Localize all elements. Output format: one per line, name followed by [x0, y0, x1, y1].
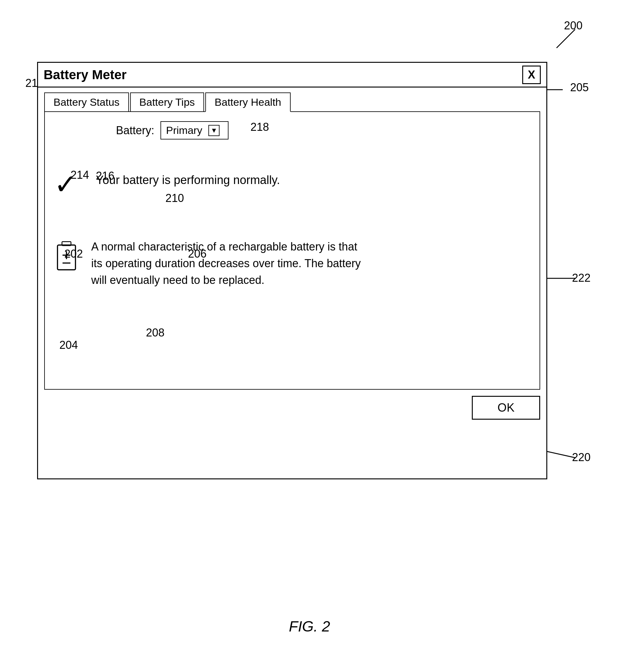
- battery-field-label: Battery:: [116, 124, 154, 137]
- ann-206: 206: [188, 248, 207, 260]
- svg-line-0: [557, 29, 575, 48]
- ann-222: 222: [572, 272, 591, 284]
- ann-202: 202: [64, 248, 83, 260]
- close-button[interactable]: X: [522, 66, 541, 84]
- ann-216: 216: [96, 170, 115, 183]
- battery-selector-row: Battery: Primary ▼: [54, 121, 530, 139]
- dialog-window: Battery Meter X Battery Status Battery T…: [37, 62, 547, 479]
- info-section: A normal characteristic of a rechargable…: [54, 232, 530, 295]
- dropdown-arrow-icon[interactable]: ▼: [208, 125, 219, 136]
- ann-210: 210: [165, 192, 184, 205]
- tab-battery-health[interactable]: Battery Health: [205, 92, 290, 112]
- ok-button[interactable]: OK: [472, 396, 540, 420]
- ann-220: 220: [572, 451, 591, 464]
- ann-208: 208: [146, 326, 164, 339]
- close-icon: X: [528, 68, 535, 81]
- tab-battery-status[interactable]: Battery Status: [44, 92, 129, 111]
- ann-205: 205: [570, 81, 589, 94]
- battery-dropdown[interactable]: Primary ▼: [160, 121, 228, 139]
- status-message: Your battery is performing normally.: [96, 167, 280, 187]
- ok-row: OK: [38, 390, 546, 426]
- ref-200: 200: [564, 19, 582, 32]
- content-area: Battery: Primary ▼ ✓ Your battery is per…: [44, 111, 540, 390]
- tab-battery-tips[interactable]: Battery Tips: [130, 92, 204, 111]
- ann-214: 214: [70, 169, 89, 182]
- title-bar: Battery Meter X: [38, 63, 546, 87]
- battery-dropdown-value: Primary: [166, 124, 202, 136]
- figure-caption: FIG. 2: [289, 618, 330, 635]
- tab-bar: Battery Status Battery Tips Battery Heal…: [38, 87, 546, 111]
- svg-line-12: [547, 452, 575, 458]
- info-text: A normal characteristic of a rechargable…: [91, 239, 369, 288]
- ann-218: 218: [251, 121, 269, 134]
- diagram-container: 200 212 205: [0, 0, 619, 672]
- ann-204: 204: [59, 339, 78, 352]
- dialog-title: Battery Meter: [44, 67, 127, 82]
- status-section: ✓ Your battery is performing normally.: [54, 158, 530, 207]
